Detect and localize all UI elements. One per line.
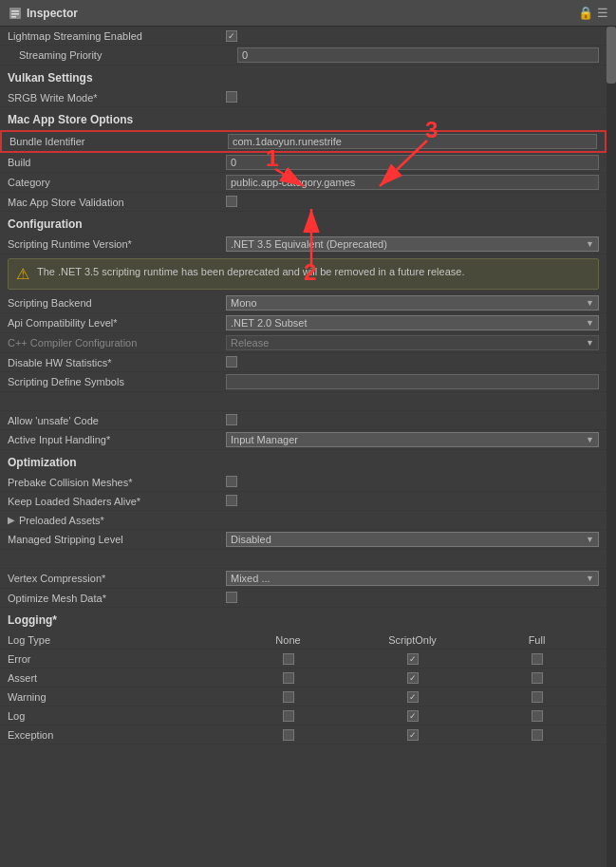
log-log-scriptonly-checkbox[interactable] [407, 710, 419, 722]
log-error-full-checkbox[interactable] [532, 653, 543, 665]
dropdown-arrow-input: ▼ [586, 435, 594, 444]
log-error-none-checkbox[interactable] [283, 653, 294, 665]
scripting-backend-dropdown[interactable]: Mono ▼ [226, 295, 599, 311]
log-exception-none [226, 729, 350, 741]
log-assert-full-checkbox[interactable] [532, 672, 543, 684]
svg-rect-2 [11, 13, 19, 15]
log-exception-scriptonly-checkbox[interactable] [407, 729, 419, 741]
prebake-collision-meshes-checkbox[interactable] [226, 476, 237, 487]
log-log-scriptonly [350, 710, 475, 722]
scripting-backend-label: Scripting Backend [8, 297, 226, 309]
optimize-mesh-data-row: Optimize Mesh Data* [0, 589, 607, 608]
cpp-compiler-config-value: Release ▼ [226, 335, 599, 350]
window-title: Inspector [27, 7, 78, 20]
scripting-runtime-version-value: .NET 3.5 Equivalent (Deprecated) ▼ [226, 236, 599, 252]
log-type-cols: None ScriptOnly Full [226, 634, 599, 646]
bundle-identifier-label: Bundle Identifier [9, 136, 228, 147]
dropdown-arrow-vertex: ▼ [586, 574, 594, 583]
api-compat-level-dropdown[interactable]: .NET 2.0 Subset ▼ [226, 315, 599, 330]
log-assert-cols [226, 672, 599, 684]
disable-hw-statistics-checkbox[interactable] [226, 356, 237, 368]
log-error-cols [226, 653, 599, 665]
streaming-priority-input[interactable] [237, 47, 599, 63]
disable-hw-statistics-label: Disable HW Statistics* [8, 357, 226, 368]
dropdown-arrow-api: ▼ [586, 318, 594, 328]
vertex-compression-dropdown[interactable]: Mixed ... ▼ [226, 571, 599, 586]
keep-loaded-shaders-alive-label: Keep Loaded Shaders Alive* [8, 496, 226, 507]
menu-icon[interactable]: ☰ [597, 6, 608, 20]
log-warning-scriptonly-checkbox[interactable] [407, 691, 419, 703]
keep-loaded-shaders-alive-checkbox[interactable] [226, 495, 237, 506]
build-input[interactable] [226, 155, 599, 170]
dropdown-arrow-cpp: ▼ [586, 338, 594, 348]
log-log-full [475, 710, 599, 722]
vertex-compression-value: Mixed ... ▼ [226, 571, 599, 586]
log-exception-none-checkbox[interactable] [283, 729, 294, 741]
empty-row-2 [0, 550, 607, 569]
vertex-compression-row: Vertex Compression* Mixed ... ▼ [0, 569, 607, 589]
scripting-runtime-version-dropdown[interactable]: .NET 3.5 Equivalent (Deprecated) ▼ [226, 236, 599, 252]
lightmap-streaming-enabled-row: Lightmap Streaming Enabled [0, 27, 607, 46]
full-col-header: Full [475, 634, 599, 646]
lightmap-streaming-enabled-label: Lightmap Streaming Enabled [8, 30, 226, 42]
prebake-collision-meshes-value [226, 476, 599, 489]
warning-box: ⚠ The .NET 3.5 scripting runtime has bee… [8, 258, 599, 290]
log-assert-none-checkbox[interactable] [283, 672, 294, 684]
prebake-collision-meshes-row: Prebake Collision Meshes* [0, 473, 607, 492]
lock-icon[interactable]: 🔒 [578, 6, 593, 20]
configuration-header: Configuration [0, 212, 607, 235]
mac-app-store-options-header: Mac App Store Options [0, 107, 607, 130]
log-error-scriptonly-checkbox[interactable] [407, 653, 419, 665]
optimize-mesh-data-checkbox[interactable] [226, 592, 237, 603]
srgb-write-mode-value [226, 91, 599, 104]
streaming-priority-value [237, 47, 599, 63]
lightmap-streaming-enabled-checkbox[interactable] [226, 30, 237, 42]
bundle-identifier-input[interactable] [228, 134, 597, 149]
log-log-cols [226, 710, 599, 722]
log-assert-scriptonly-checkbox[interactable] [407, 672, 419, 684]
allow-unsafe-code-checkbox[interactable] [226, 414, 237, 425]
managed-stripping-level-row: Managed Stripping Level Disabled ▼ [0, 530, 607, 550]
scripting-define-symbols-input[interactable] [226, 374, 599, 389]
scripting-define-symbols-label: Scripting Define Symbols [8, 376, 226, 387]
logging-header: Logging* [0, 608, 607, 631]
managed-stripping-level-dropdown[interactable]: Disabled ▼ [226, 532, 599, 547]
streaming-priority-row: Streaming Priority [0, 46, 607, 66]
log-warning-none [226, 691, 350, 703]
log-exception-full-checkbox[interactable] [532, 729, 543, 741]
scrollbar-thumb[interactable] [607, 27, 616, 84]
streaming-priority-label: Streaming Priority [19, 49, 237, 61]
log-exception-cols [226, 729, 599, 741]
disable-hw-statistics-value [226, 356, 599, 369]
log-log-full-checkbox[interactable] [532, 710, 543, 722]
log-warning-none-checkbox[interactable] [283, 691, 294, 703]
empty-row-1 [0, 392, 607, 411]
category-label: Category [8, 177, 226, 188]
scripting-backend-row: Scripting Backend Mono ▼ [0, 293, 607, 313]
log-assert-none [226, 672, 350, 684]
none-col-header: None [226, 634, 350, 646]
optimization-header: Optimization [0, 450, 607, 473]
category-input[interactable] [226, 175, 599, 190]
srgb-write-mode-checkbox[interactable] [226, 91, 237, 103]
log-exception-full [475, 729, 599, 741]
svg-rect-1 [11, 10, 19, 12]
log-warning-scriptonly [350, 691, 475, 703]
mac-app-store-validation-row: Mac App Store Validation [0, 193, 607, 212]
inspector-content: Lightmap Streaming Enabled Streaming Pri… [0, 27, 607, 744]
managed-stripping-level-label: Managed Stripping Level [8, 534, 226, 545]
vulkan-settings-header: Vulkan Settings [0, 66, 607, 88]
preloaded-assets-expand-icon[interactable]: ▶ [8, 515, 15, 525]
log-assert-label: Assert [8, 672, 226, 684]
log-error-row: Error [0, 650, 607, 669]
build-value [226, 155, 599, 170]
mac-app-store-validation-checkbox[interactable] [226, 196, 237, 207]
log-warning-full-checkbox[interactable] [532, 691, 543, 703]
prebake-collision-meshes-label: Prebake Collision Meshes* [8, 477, 226, 488]
active-input-handling-dropdown[interactable]: Input Manager ▼ [226, 432, 599, 447]
dropdown-arrow-backend: ▼ [586, 298, 594, 308]
category-value [226, 175, 599, 190]
log-exception-row: Exception [0, 726, 607, 744]
log-log-none-checkbox[interactable] [283, 710, 294, 722]
dropdown-arrow-stripping: ▼ [586, 535, 594, 544]
